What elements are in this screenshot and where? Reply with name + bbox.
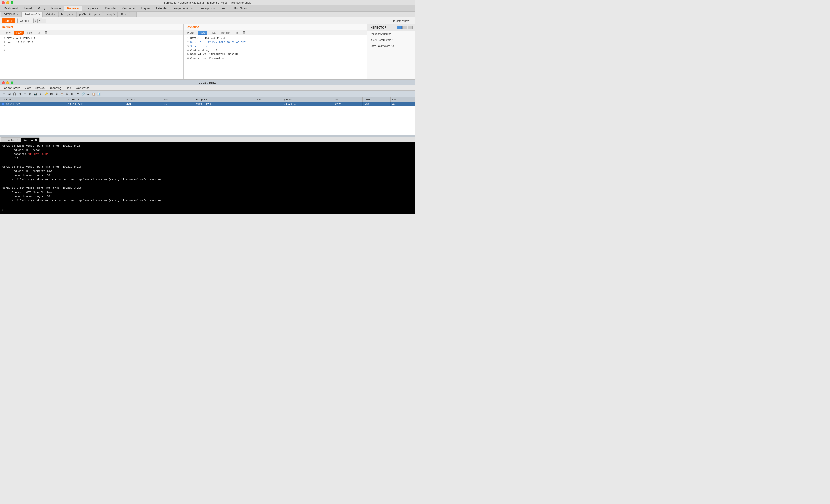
- cs-tool-16[interactable]: 🔗: [81, 92, 85, 96]
- col-computer[interactable]: computer: [194, 97, 254, 102]
- cs-tool-4[interactable]: ⊟: [17, 92, 22, 96]
- cs-minimize-button[interactable]: [6, 81, 9, 84]
- subtab-proxy[interactable]: proxy ✕: [103, 12, 118, 17]
- cs-menu-reporting[interactable]: Reporting: [47, 86, 63, 90]
- send-button[interactable]: Send: [2, 19, 15, 23]
- col-user[interactable]: user: [162, 97, 194, 102]
- close-icon[interactable]: ✕: [17, 13, 19, 15]
- cs-tool-7[interactable]: 📷: [33, 92, 38, 96]
- tab-logger[interactable]: Logger: [138, 6, 153, 11]
- tab-target[interactable]: Target: [21, 6, 35, 11]
- response-ln-btn[interactable]: \n: [233, 31, 240, 34]
- response-pretty-btn[interactable]: Pretty: [185, 31, 196, 34]
- cs-menu-cobalt-strike[interactable]: Cobalt Strike: [2, 86, 22, 90]
- inspector-view-3[interactable]: [408, 26, 413, 29]
- request-raw-btn[interactable]: Raw: [14, 31, 24, 34]
- cs-tool-14[interactable]: ⊞: [70, 92, 75, 96]
- tab-project-options[interactable]: Project options: [171, 6, 195, 11]
- cs-tool-8[interactable]: ⬇: [38, 92, 43, 96]
- cs-tool-18[interactable]: 📋: [91, 92, 96, 96]
- subtab-x86uri[interactable]: x86uri ✕: [43, 12, 58, 17]
- subtab-profile-http-get[interactable]: profile_http_get ✕: [76, 12, 103, 17]
- cs-tool-12[interactable]: ☕: [60, 92, 64, 96]
- tab-proxy[interactable]: Proxy: [35, 6, 48, 11]
- cs-tool-10[interactable]: 🖼: [49, 92, 54, 96]
- tab-event-log[interactable]: Event Log ✕: [1, 137, 21, 142]
- cs-tool-1[interactable]: ⊞: [1, 92, 6, 96]
- response-content[interactable]: 1HTTP/1.1 404 Not Found 2Date: Fri, 27 M…: [184, 35, 367, 80]
- cs-menu-attacks[interactable]: Attacks: [33, 86, 46, 90]
- subtab-options[interactable]: OPTIONS ✕: [1, 12, 21, 17]
- response-raw-btn[interactable]: Raw: [197, 31, 207, 34]
- close-icon[interactable]: ✕: [54, 13, 56, 15]
- forward-button[interactable]: ›: [42, 19, 46, 23]
- table-row[interactable]: 10.211.55.2 10.211.55.16 443 suger SUGER…: [0, 102, 415, 106]
- tab-extender[interactable]: Extender: [153, 6, 170, 11]
- cs-tool-11[interactable]: ⚙: [54, 92, 59, 96]
- cs-close-button[interactable]: [2, 81, 5, 84]
- cs-tool-19[interactable]: 📊: [96, 92, 101, 96]
- cs-menu-help[interactable]: Help: [64, 86, 74, 90]
- tab-repeater[interactable]: Repeater: [64, 6, 82, 11]
- tab-decoder[interactable]: Decoder: [103, 6, 119, 11]
- subtab-checksum8[interactable]: checksum8 ✕: [21, 12, 43, 17]
- back-button[interactable]: ‹: [34, 19, 37, 23]
- close-icon[interactable]: ✕: [35, 139, 37, 141]
- cs-tool-2[interactable]: ▣: [7, 92, 11, 96]
- cs-tool-5[interactable]: ⊞: [23, 92, 27, 96]
- log-prompt[interactable]: >: [2, 208, 413, 213]
- cs-tool-13[interactable]: ✉: [65, 92, 69, 96]
- tab-learn[interactable]: Learn: [218, 6, 231, 11]
- tab-burpscan[interactable]: BurpScan: [231, 6, 250, 11]
- col-arch[interactable]: arch: [363, 97, 390, 102]
- response-hex-btn[interactable]: Hex: [209, 31, 218, 34]
- cs-maximize-button[interactable]: [10, 81, 13, 84]
- tab-web-log[interactable]: Web Log ✕: [21, 137, 40, 142]
- close-icon[interactable]: ✕: [17, 139, 19, 141]
- inspector-request-attributes[interactable]: Request Attributes: [367, 31, 415, 37]
- dropdown-button[interactable]: ▾: [38, 19, 42, 23]
- inspector-view-1[interactable]: [397, 26, 402, 29]
- col-process[interactable]: process: [282, 97, 333, 102]
- col-last[interactable]: last: [390, 97, 415, 102]
- cs-menu-generator[interactable]: Generator: [74, 86, 91, 90]
- tab-sequencer[interactable]: Sequencer: [83, 6, 102, 11]
- request-ln-btn[interactable]: \n: [35, 31, 42, 34]
- close-icon[interactable]: ✕: [98, 13, 100, 15]
- close-button[interactable]: [2, 1, 5, 4]
- col-note[interactable]: note: [254, 97, 282, 102]
- cs-tool-6[interactable]: ⊕: [28, 92, 33, 96]
- request-hex-btn[interactable]: Hex: [25, 31, 34, 34]
- col-pid[interactable]: pid: [333, 97, 362, 102]
- tab-dashboard[interactable]: Dashboard: [1, 6, 21, 11]
- cs-menu-view[interactable]: View: [23, 86, 33, 90]
- tab-intruder[interactable]: Intruder: [49, 6, 64, 11]
- response-render-btn[interactable]: Render: [219, 31, 232, 34]
- log-content[interactable]: 05/27 16:52:46 visit (port 443) from: 10…: [0, 143, 415, 214]
- col-external[interactable]: external: [0, 97, 66, 102]
- subtab-http-get[interactable]: http_get ✕: [59, 12, 76, 17]
- subtab-more[interactable]: ...: [129, 12, 137, 17]
- maximize-button[interactable]: [10, 1, 13, 4]
- cs-tool-9[interactable]: 🔑: [44, 92, 49, 96]
- request-content[interactable]: 1GET /aaa9 HTTP/1.1 2Host: 10.211.55.2 3…: [0, 35, 183, 80]
- response-menu-icon[interactable]: ☰: [243, 31, 246, 34]
- cancel-button[interactable]: Cancel: [17, 18, 31, 24]
- col-listener[interactable]: listener: [124, 97, 162, 102]
- col-internal[interactable]: internal ▲: [66, 97, 124, 102]
- subtab-28[interactable]: 28 ✕: [118, 12, 129, 17]
- close-icon[interactable]: ✕: [113, 13, 115, 15]
- cs-tool-17[interactable]: ☁: [86, 92, 91, 96]
- cs-tool-15[interactable]: ⚑: [75, 92, 80, 96]
- close-icon[interactable]: ✕: [124, 13, 126, 15]
- request-menu-icon[interactable]: ☰: [44, 31, 48, 34]
- inspector-view-2[interactable]: [402, 26, 407, 29]
- close-icon[interactable]: ✕: [38, 13, 40, 15]
- cs-tool-3[interactable]: 🎧: [12, 92, 17, 96]
- minimize-button[interactable]: [6, 1, 9, 4]
- request-pretty-btn[interactable]: Pretty: [1, 31, 13, 34]
- tab-user-options[interactable]: User options: [196, 6, 218, 11]
- inspector-body-params[interactable]: Body Parameters (0): [367, 43, 415, 49]
- inspector-query-params[interactable]: Query Parameters (0): [367, 37, 415, 43]
- tab-comparer[interactable]: Comparer: [119, 6, 138, 11]
